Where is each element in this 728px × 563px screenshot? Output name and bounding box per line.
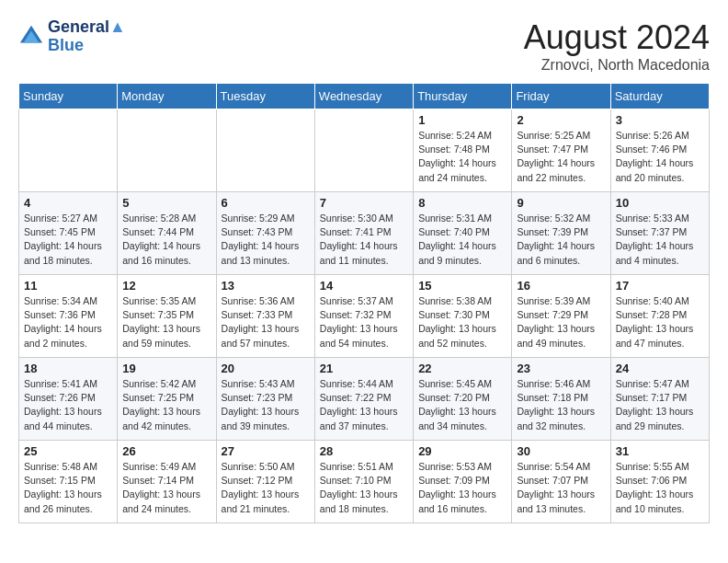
day-info: Sunrise: 5:45 AMSunset: 7:20 PMDaylight:… (418, 377, 506, 433)
day-number: 1 (418, 113, 506, 127)
logo: General▲ Blue (18, 18, 126, 55)
calendar-cell: 19Sunrise: 5:42 AMSunset: 7:25 PMDayligh… (118, 358, 216, 441)
page-header: General▲ Blue August 2024 Zrnovci, North… (18, 18, 710, 74)
weekday-header-monday: Monday (118, 84, 216, 109)
day-info: Sunrise: 5:37 AMSunset: 7:32 PMDaylight:… (320, 294, 408, 350)
calendar-cell: 3Sunrise: 5:26 AMSunset: 7:46 PMDaylight… (610, 109, 709, 192)
logo-icon (18, 24, 44, 50)
day-info: Sunrise: 5:32 AMSunset: 7:39 PMDaylight:… (517, 212, 605, 268)
day-number: 8 (418, 196, 506, 210)
day-info: Sunrise: 5:26 AMSunset: 7:46 PMDaylight:… (616, 129, 704, 185)
calendar-cell: 15Sunrise: 5:38 AMSunset: 7:30 PMDayligh… (414, 275, 512, 358)
calendar-cell: 6Sunrise: 5:29 AMSunset: 7:43 PMDaylight… (216, 192, 314, 275)
day-number: 6 (222, 196, 310, 210)
day-info: Sunrise: 5:24 AMSunset: 7:48 PMDaylight:… (418, 129, 506, 185)
calendar-cell: 5Sunrise: 5:28 AMSunset: 7:44 PMDaylight… (118, 192, 216, 275)
day-info: Sunrise: 5:51 AMSunset: 7:10 PMDaylight:… (320, 460, 408, 516)
day-number: 27 (222, 444, 310, 458)
day-info: Sunrise: 5:47 AMSunset: 7:17 PMDaylight:… (616, 377, 704, 433)
day-info: Sunrise: 5:53 AMSunset: 7:09 PMDaylight:… (418, 460, 506, 516)
day-number: 23 (517, 362, 605, 375)
day-number: 17 (616, 279, 704, 293)
calendar-cell: 22Sunrise: 5:45 AMSunset: 7:20 PMDayligh… (414, 358, 512, 441)
day-number: 9 (517, 196, 605, 210)
week-row-1: 1Sunrise: 5:24 AMSunset: 7:48 PMDaylight… (19, 109, 710, 192)
day-info: Sunrise: 5:38 AMSunset: 7:30 PMDaylight:… (418, 294, 506, 350)
day-number: 14 (320, 279, 408, 293)
day-info: Sunrise: 5:46 AMSunset: 7:18 PMDaylight:… (517, 377, 605, 433)
day-number: 7 (320, 196, 408, 210)
day-info: Sunrise: 5:49 AMSunset: 7:14 PMDaylight:… (122, 460, 210, 516)
weekday-header-friday: Friday (512, 84, 610, 109)
day-number: 10 (616, 196, 704, 210)
weekday-header-row: SundayMondayTuesdayWednesdayThursdayFrid… (19, 84, 710, 109)
calendar-cell: 18Sunrise: 5:41 AMSunset: 7:26 PMDayligh… (19, 358, 118, 441)
day-number: 22 (418, 362, 506, 375)
day-info: Sunrise: 5:27 AMSunset: 7:45 PMDaylight:… (24, 212, 112, 268)
location: Zrnovci, North Macedonia (524, 57, 710, 74)
calendar-cell: 8Sunrise: 5:31 AMSunset: 7:40 PMDaylight… (414, 192, 512, 275)
calendar-cell: 23Sunrise: 5:46 AMSunset: 7:18 PMDayligh… (512, 358, 610, 441)
day-number: 3 (616, 113, 704, 127)
week-row-5: 25Sunrise: 5:48 AMSunset: 7:15 PMDayligh… (19, 441, 710, 523)
day-info: Sunrise: 5:55 AMSunset: 7:06 PMDaylight:… (616, 460, 704, 516)
day-number: 12 (122, 279, 210, 293)
week-row-3: 11Sunrise: 5:34 AMSunset: 7:36 PMDayligh… (19, 275, 710, 358)
day-info: Sunrise: 5:44 AMSunset: 7:22 PMDaylight:… (320, 377, 408, 433)
calendar-cell: 25Sunrise: 5:48 AMSunset: 7:15 PMDayligh… (19, 441, 118, 523)
weekday-header-wednesday: Wednesday (314, 84, 413, 109)
calendar-cell: 28Sunrise: 5:51 AMSunset: 7:10 PMDayligh… (314, 441, 413, 523)
day-number: 18 (24, 362, 112, 375)
calendar-cell: 27Sunrise: 5:50 AMSunset: 7:12 PMDayligh… (216, 441, 314, 523)
day-info: Sunrise: 5:48 AMSunset: 7:15 PMDaylight:… (24, 460, 112, 516)
calendar-cell: 1Sunrise: 5:24 AMSunset: 7:48 PMDaylight… (414, 109, 512, 192)
day-info: Sunrise: 5:54 AMSunset: 7:07 PMDaylight:… (517, 460, 605, 516)
calendar-cell: 14Sunrise: 5:37 AMSunset: 7:32 PMDayligh… (314, 275, 413, 358)
calendar-cell (19, 109, 118, 192)
day-number: 11 (24, 279, 112, 293)
calendar-cell: 4Sunrise: 5:27 AMSunset: 7:45 PMDaylight… (19, 192, 118, 275)
day-number: 29 (418, 444, 506, 458)
title-block: August 2024 Zrnovci, North Macedonia (524, 18, 710, 74)
calendar-cell: 26Sunrise: 5:49 AMSunset: 7:14 PMDayligh… (118, 441, 216, 523)
day-number: 26 (122, 444, 210, 458)
weekday-header-saturday: Saturday (610, 84, 709, 109)
day-number: 19 (122, 362, 210, 375)
day-info: Sunrise: 5:30 AMSunset: 7:41 PMDaylight:… (320, 212, 408, 268)
day-info: Sunrise: 5:29 AMSunset: 7:43 PMDaylight:… (222, 212, 310, 268)
day-number: 31 (616, 444, 704, 458)
day-number: 24 (616, 362, 704, 375)
day-number: 15 (418, 279, 506, 293)
calendar-cell (118, 109, 216, 192)
day-number: 28 (320, 444, 408, 458)
calendar-cell: 16Sunrise: 5:39 AMSunset: 7:29 PMDayligh… (512, 275, 610, 358)
weekday-header-sunday: Sunday (19, 84, 118, 109)
calendar-cell: 24Sunrise: 5:47 AMSunset: 7:17 PMDayligh… (610, 358, 709, 441)
calendar-cell: 11Sunrise: 5:34 AMSunset: 7:36 PMDayligh… (19, 275, 118, 358)
day-info: Sunrise: 5:31 AMSunset: 7:40 PMDaylight:… (418, 212, 506, 268)
calendar-cell: 31Sunrise: 5:55 AMSunset: 7:06 PMDayligh… (610, 441, 709, 523)
calendar-cell: 21Sunrise: 5:44 AMSunset: 7:22 PMDayligh… (314, 358, 413, 441)
day-number: 2 (517, 113, 605, 127)
calendar-cell: 20Sunrise: 5:43 AMSunset: 7:23 PMDayligh… (216, 358, 314, 441)
day-info: Sunrise: 5:25 AMSunset: 7:47 PMDaylight:… (517, 129, 605, 185)
calendar-table: SundayMondayTuesdayWednesdayThursdayFrid… (18, 83, 710, 523)
day-info: Sunrise: 5:40 AMSunset: 7:28 PMDaylight:… (616, 294, 704, 350)
day-number: 13 (222, 279, 310, 293)
day-number: 21 (320, 362, 408, 375)
day-info: Sunrise: 5:35 AMSunset: 7:35 PMDaylight:… (122, 294, 210, 350)
calendar-cell: 30Sunrise: 5:54 AMSunset: 7:07 PMDayligh… (512, 441, 610, 523)
week-row-2: 4Sunrise: 5:27 AMSunset: 7:45 PMDaylight… (19, 192, 710, 275)
day-info: Sunrise: 5:41 AMSunset: 7:26 PMDaylight:… (24, 377, 112, 433)
day-info: Sunrise: 5:33 AMSunset: 7:37 PMDaylight:… (616, 212, 704, 268)
calendar-cell: 12Sunrise: 5:35 AMSunset: 7:35 PMDayligh… (118, 275, 216, 358)
calendar-cell: 17Sunrise: 5:40 AMSunset: 7:28 PMDayligh… (610, 275, 709, 358)
day-number: 16 (517, 279, 605, 293)
day-info: Sunrise: 5:34 AMSunset: 7:36 PMDaylight:… (24, 294, 112, 350)
calendar-cell: 13Sunrise: 5:36 AMSunset: 7:33 PMDayligh… (216, 275, 314, 358)
day-number: 30 (517, 444, 605, 458)
calendar-cell: 29Sunrise: 5:53 AMSunset: 7:09 PMDayligh… (414, 441, 512, 523)
day-number: 4 (24, 196, 112, 210)
calendar-cell (314, 109, 413, 192)
day-number: 25 (24, 444, 112, 458)
